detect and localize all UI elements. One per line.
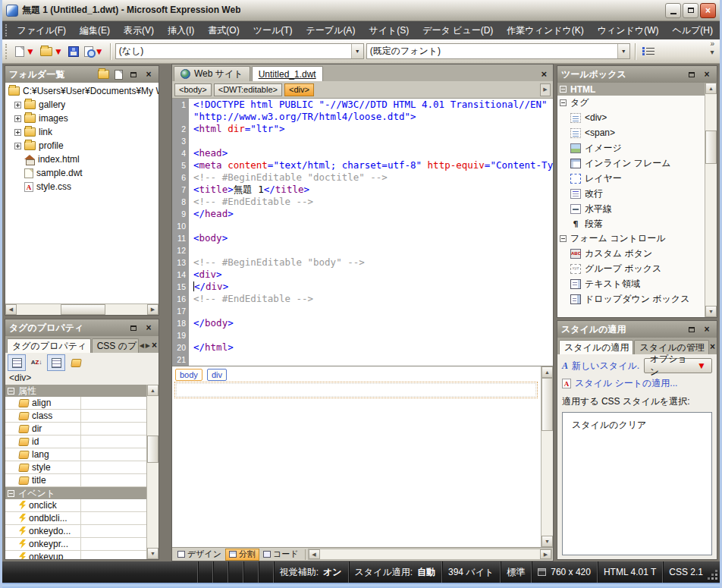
property-row[interactable]: align xyxy=(5,397,146,410)
property-row[interactable]: onkeyup xyxy=(5,551,146,559)
close-tab-icon[interactable]: × xyxy=(152,340,157,351)
code-line[interactable]: 13<!-- #BeginEditable "body" --> xyxy=(172,256,553,269)
tab-scroll-left-icon[interactable]: ◀ xyxy=(140,342,144,349)
options-button[interactable]: オプション ▼ xyxy=(644,358,712,373)
tree-row-folder[interactable]: link xyxy=(5,125,159,139)
menu-item[interactable]: データ ビュー(D) xyxy=(416,21,500,39)
sort-alphabetical-button[interactable]: AZ↓ xyxy=(27,354,46,371)
toolbox-scrollbar[interactable]: ▲ ▼ xyxy=(705,83,717,317)
tab-css-properties[interactable]: CSS のプロパ xyxy=(92,338,139,353)
code-line[interactable]: 4<head> xyxy=(172,147,553,159)
collapse-icon[interactable] xyxy=(560,235,567,242)
menu-item[interactable]: サイト(S) xyxy=(362,21,416,39)
toolbox-item[interactable]: レイヤー xyxy=(557,171,705,186)
toolbox-item[interactable]: グループ ボックス xyxy=(557,261,705,276)
property-row[interactable]: style xyxy=(5,461,146,474)
code-line[interactable]: "http://www.w3.org/TR/html4/loose.dtd"> xyxy=(172,111,553,123)
tag-grid-scrollbar[interactable]: ▲ ▼ xyxy=(146,385,159,559)
code-line[interactable]: 20</html> xyxy=(172,341,553,354)
close-tab-icon[interactable]: × xyxy=(710,341,715,352)
breadcrumb-tag[interactable]: <DWT:editable> xyxy=(214,83,282,96)
close-button[interactable]: × xyxy=(700,3,716,18)
toolbox-item[interactable]: <span> xyxy=(557,125,705,140)
show-set-properties-button[interactable] xyxy=(47,354,65,371)
tree-row-file[interactable]: style.css xyxy=(5,180,159,193)
toolbox-item[interactable]: 改行 xyxy=(557,186,705,201)
menu-item[interactable]: 表示(V) xyxy=(117,21,161,39)
menu-item[interactable]: ツール(T) xyxy=(246,21,300,39)
view-tab-code[interactable]: コード xyxy=(259,549,303,561)
design-vertical-scrollbar[interactable]: ▲ ▼ xyxy=(541,366,553,547)
toolbox-item[interactable]: イメージ xyxy=(557,140,705,156)
code-line[interactable]: 12 xyxy=(172,244,553,256)
design-horizontal-scrollbar[interactable]: ◀ ▶ xyxy=(308,549,552,560)
close-panel-button[interactable]: × xyxy=(143,69,155,80)
scrollbar-thumb[interactable] xyxy=(705,130,717,164)
tab-manage-styles[interactable]: スタイルの管理 xyxy=(634,340,708,354)
breadcrumb-overflow-icon[interactable]: ▶ xyxy=(540,83,551,96)
new-file-button[interactable] xyxy=(112,69,124,80)
scroll-down-icon[interactable]: ▼ xyxy=(542,536,553,547)
expand-plus-icon[interactable] xyxy=(14,115,21,122)
categorized-view-button[interactable] xyxy=(8,354,26,371)
scroll-right-icon[interactable]: ▶ xyxy=(147,304,159,315)
property-row[interactable]: onkeypr... xyxy=(5,538,146,551)
new-style-link[interactable]: 新しいスタイル... xyxy=(572,360,640,373)
close-panel-button[interactable]: × xyxy=(143,322,155,334)
expand-plus-icon[interactable] xyxy=(14,143,21,149)
float-panel-button[interactable] xyxy=(127,69,140,80)
design-tag-div[interactable]: div xyxy=(207,369,227,381)
toolbox-item[interactable]: テキスト領域 xyxy=(557,276,705,291)
code-line[interactable]: 15</div> xyxy=(172,281,553,293)
status-visual-aids[interactable]: 視覚補助: オン xyxy=(273,561,348,583)
toolbox-item[interactable]: <div> xyxy=(557,110,705,125)
attach-stylesheet-link[interactable]: スタイル シートの適用... xyxy=(575,377,677,390)
menu-item[interactable]: テーブル(A) xyxy=(300,21,363,39)
menu-item[interactable]: 作業ウィンドウ(K) xyxy=(500,21,590,39)
toolbox-item[interactable]: 段落 xyxy=(557,216,705,231)
toolbar-overflow-button[interactable]: »▾ xyxy=(708,39,717,56)
tree-row-root[interactable]: C:¥Users¥User¥Documents¥My W xyxy=(5,84,159,98)
code-line[interactable]: 3 xyxy=(172,135,553,147)
toolbox-item[interactable]: インライン フレーム xyxy=(557,156,705,171)
scroll-up-icon[interactable]: ▲ xyxy=(147,385,159,396)
collapse-icon[interactable] xyxy=(8,490,14,497)
tree-row-folder[interactable]: profile xyxy=(5,139,159,153)
breadcrumb-tag[interactable]: <div> xyxy=(284,83,314,96)
property-row[interactable]: lang xyxy=(5,448,146,461)
tab-apply-styles[interactable]: スタイルの適用 xyxy=(559,340,633,354)
scrollbar-thumb[interactable] xyxy=(147,435,159,463)
status-style-application[interactable]: スタイル適用: 自動 xyxy=(348,561,441,583)
collapse-icon[interactable] xyxy=(560,86,567,93)
numbered-list-button[interactable] xyxy=(640,43,656,60)
code-line[interactable]: 7<title>無題 1</title> xyxy=(172,184,553,196)
empty-div-outline[interactable] xyxy=(174,382,538,398)
tree-row-file[interactable]: sample.dwt xyxy=(5,166,159,180)
save-button[interactable] xyxy=(67,43,80,60)
chevron-down-icon[interactable]: ▼ xyxy=(351,44,363,58)
code-line[interactable]: 2<html dir="ltr"> xyxy=(172,123,553,135)
menu-item[interactable]: 書式(O) xyxy=(201,21,246,39)
status-css-schema[interactable]: CSS 2.1 xyxy=(662,561,709,583)
code-line[interactable]: 19 xyxy=(172,329,553,341)
maximize-button[interactable] xyxy=(683,3,698,18)
menu-item[interactable]: 挿入(I) xyxy=(161,21,201,39)
scrollbar-thumb[interactable] xyxy=(61,304,105,315)
toolbox-group[interactable]: タグ xyxy=(557,96,705,110)
tree-row-folder[interactable]: images xyxy=(5,112,159,125)
clear-styles-item[interactable]: スタイルのクリア xyxy=(572,420,646,430)
toolbox-item[interactable]: カスタム ボタン xyxy=(557,246,705,261)
grid-section-header[interactable]: イベント xyxy=(5,487,146,499)
toolbox-item[interactable]: 水平線 xyxy=(557,201,705,216)
style-combobox[interactable]: (なし) ▼ xyxy=(115,43,364,59)
property-row[interactable]: title xyxy=(5,474,146,487)
float-panel-button[interactable] xyxy=(127,322,140,334)
tree-row-file[interactable]: index.html xyxy=(5,153,159,166)
code-line[interactable]: 6<!-- #BeginEditable "doctitle" --> xyxy=(172,171,553,184)
css-styles-listbox[interactable]: スタイルのクリア xyxy=(562,412,712,555)
design-view[interactable]: body div xyxy=(172,366,541,547)
code-line[interactable]: 11<body> xyxy=(172,232,553,244)
scroll-down-icon[interactable]: ▼ xyxy=(147,548,159,559)
property-row[interactable]: onclick xyxy=(5,499,146,512)
scroll-down-icon[interactable]: ▼ xyxy=(705,306,717,317)
